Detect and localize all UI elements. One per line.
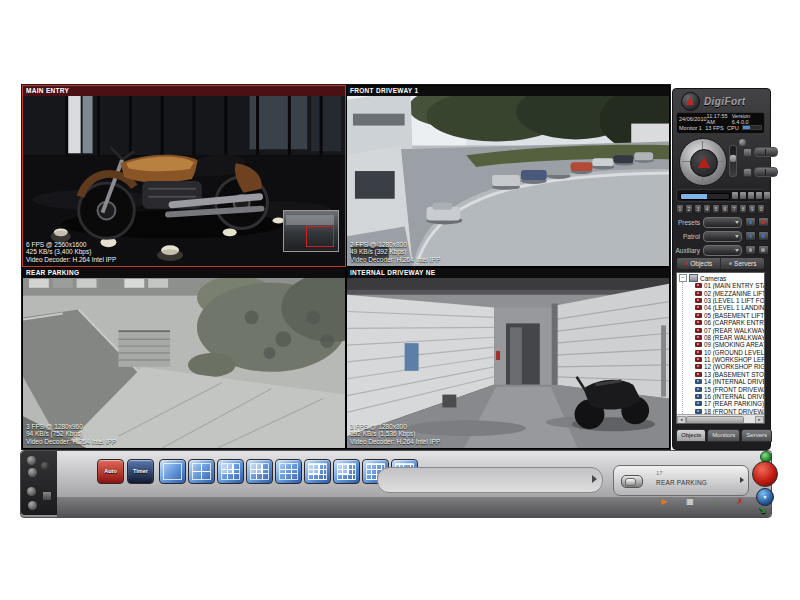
auxiliary-on-button[interactable] [745,245,756,255]
ptz-joystick[interactable] [679,138,727,186]
home-icon[interactable] [756,192,762,199]
cancel-icon[interactable]: ✗ [733,495,747,508]
camera-tree-item[interactable]: 10 (GROUND LEVEL LIFT FOYER) [695,349,764,356]
scroll-left-icon[interactable]: ◂ [677,416,686,424]
layout-auto-button[interactable]: Auto [97,459,124,484]
ptz-sensitivity-slider[interactable] [680,193,730,200]
auxiliary-label: Auxiliary [673,247,703,254]
camera-tree-item[interactable]: 02 (MEZZANINE LIFT FOYER) [695,289,764,296]
preset-number-button[interactable]: 5 [712,204,720,214]
ptz-speed-slider[interactable] [729,145,737,177]
layout-1-button[interactable] [159,459,186,484]
sidebar-bottom-tab[interactable]: Monitors [707,429,740,442]
camera-tile-front-driveway[interactable]: FRONT DRIVEWAY 1 2 FPS @ 1280x800 49 KB/… [346,85,670,267]
iris-control-row [743,147,778,157]
resize-arrow-icon[interactable]: ↘ [758,504,766,515]
confirm-icon[interactable]: ✓ [709,495,723,508]
preset-number-button[interactable]: 2 [685,204,693,214]
camera-tile-internal-driveway[interactable]: INTERNAL DRIVEWAY NE 3 FPS @ 1280x800 19… [346,267,670,449]
preset-goto-button[interactable] [745,217,756,227]
zoom-region-box[interactable] [306,226,334,247]
wrench-icon[interactable] [764,192,770,199]
joystick-knob[interactable] [690,149,718,177]
patrol-start-button[interactable] [745,231,756,241]
record-button[interactable] [752,461,778,487]
cameras-group-icon [689,274,698,282]
sidebar-bottom-tab[interactable]: Servers [741,429,772,442]
camera-tree-item[interactable]: 16 (INTERNAL DRIVEWAY NE) [695,393,764,400]
tab-objects[interactable]: Objects [677,258,720,269]
iris-rocker-button[interactable] [754,147,778,157]
collapse-icon[interactable] [679,274,687,282]
layout-6-button[interactable] [217,459,244,484]
camera-tree-item[interactable]: 08 (REAR WALKWAY NORTHEAST) [695,334,764,341]
preset-number-button[interactable]: 9 [748,204,756,214]
patrol-dropdown[interactable] [703,231,742,242]
digital-zoom-thumbnail[interactable] [283,210,339,252]
camera-tree-item[interactable]: 03 (LEVEL 1 LIFT FOYER) [695,297,764,304]
control-sidebar: DigiFort 24/06/2010 11:17:55 AM Version … [672,88,771,450]
light-icon[interactable] [732,192,738,199]
track-arrow-icon[interactable] [592,475,597,483]
lock-icon[interactable] [748,192,754,199]
brand-title: DigiFort [704,96,746,107]
snapshot-icon[interactable] [28,468,37,477]
camera-tree-item[interactable]: 17 (REAR PARKING) [695,400,764,407]
camera-tree-item[interactable]: 14 (INTERNAL DRIVEWAY SW) [695,378,764,385]
camera-tree-item[interactable]: 11 (WORKSHOP LEFT) [695,356,764,363]
camera-tile-main-entry[interactable]: MAIN ENTRY 6 FPS @ 2560x1600 425 KB/s (3… [22,85,346,267]
preset-number-button[interactable]: 8 [739,204,747,214]
camera-tree-item[interactable]: 15 (FRONT DRIVEWAY 2) [695,385,764,392]
layout-4-button[interactable] [188,459,215,484]
mosaic-icon[interactable] [42,491,52,501]
layout-9-button[interactable] [275,459,302,484]
camera-tree-item[interactable]: 09 (SMOKING AREA) [695,341,764,348]
settings-gear-icon[interactable] [27,456,36,465]
slider-thumb[interactable] [730,155,736,162]
patrol-stop-button[interactable] [758,231,769,241]
camera-tree-item[interactable]: 05 (BASEMENT LIFT FOYER) [695,312,764,319]
ring-icon[interactable] [41,462,49,470]
camera-tree-item[interactable]: 01 (MAIN ENTRY STAIRS) [695,282,764,289]
layout-10-button[interactable] [304,459,331,484]
scrollbar-thumb[interactable] [686,416,744,424]
layout-timer-button[interactable]: Timer [127,459,154,484]
camera-tree-item[interactable]: 12 (WORKSHOP RIGHT) [695,363,764,370]
sidebar-bottom-tab[interactable]: Objects [676,429,706,442]
camera-icon [695,379,702,384]
brush-icon[interactable] [28,501,37,510]
preset-number-button[interactable]: 7 [730,204,738,214]
preset-number-button[interactable]: 0 [757,204,765,214]
tab-servers[interactable]: Servers [720,258,764,269]
focus-rocker-button[interactable] [754,167,778,177]
camera-icon [695,401,702,406]
preset-number-button[interactable]: 6 [721,204,729,214]
layout-8-button[interactable] [246,459,273,484]
camera-icon [695,283,702,288]
next-camera-icon[interactable] [740,477,744,483]
preset-number-button[interactable]: 4 [703,204,711,214]
horizontal-scrollbar[interactable]: ◂ ▸ [677,414,764,423]
camera-scroll-track[interactable] [377,467,603,493]
scroll-right-icon[interactable]: ▸ [755,416,764,424]
auxiliary-dropdown[interactable] [703,245,742,256]
preset-number-button[interactable]: 1 [676,204,684,214]
camera-tree-item[interactable]: 06 (CARPARK ENTRY) [695,319,764,326]
lens-icon[interactable] [27,487,36,496]
camera-tree-item[interactable]: 07 (REAR WALKWAY SOUTHWEST) [695,326,764,333]
camera-tree-item[interactable]: 13 (BASEMENT STORAGE) [695,371,764,378]
salvo-box-icon[interactable]: ▦ [683,495,697,508]
preset-save-button[interactable] [758,217,769,227]
presets-dropdown[interactable] [703,217,742,228]
preset-number-buttons: 1234567890 [676,204,765,214]
move-camera-icon[interactable]: ▶ [657,495,671,508]
tree-root-cameras[interactable]: Cameras [677,273,764,282]
camera-selector-panel[interactable]: 17 REAR PARKING [613,465,749,496]
layout-13-button[interactable] [333,459,360,484]
camera-tile-rear-parking[interactable]: REAR PARKING 3 FPS @ 1280x960 94 KB/s (7… [22,267,346,449]
bottom-toolbar: Auto Timer 17 REAR PARKING ▶ ▦ ✓ ✗ ▼ ↘ [20,450,772,518]
preset-number-button[interactable]: 3 [694,204,702,214]
auxiliary-off-button[interactable] [758,245,769,255]
zoom-icon[interactable] [740,192,746,199]
camera-tree-item[interactable]: 04 (LEVEL 1 LANDING) [695,304,764,311]
